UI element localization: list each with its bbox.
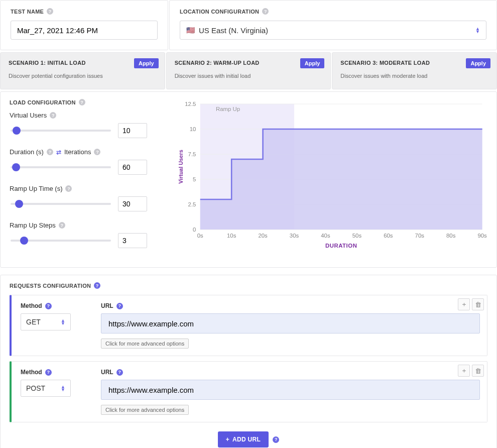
help-icon[interactable]: ? — [94, 282, 100, 289]
svg-text:90s: 90s — [477, 233, 487, 239]
svg-text:0: 0 — [193, 227, 196, 233]
virtual-users-label: Virtual Users ? — [10, 111, 160, 119]
help-icon[interactable]: ? — [59, 222, 65, 229]
help-icon[interactable]: ? — [94, 149, 100, 155]
svg-text:0s: 0s — [197, 233, 203, 239]
duration-input[interactable] — [118, 160, 147, 175]
svg-text:Virtual Users: Virtual Users — [177, 150, 183, 184]
svg-text:Ramp Up: Ramp Up — [216, 106, 240, 112]
rampup-steps-label: Ramp Up Steps ? — [10, 221, 160, 229]
help-icon[interactable]: ? — [116, 303, 123, 309]
svg-text:5: 5 — [193, 176, 196, 182]
method-value: GET — [26, 318, 41, 326]
advanced-options-button[interactable]: Click for more advanced options — [101, 405, 189, 415]
help-icon[interactable]: ? — [50, 112, 56, 119]
load-config-card: LOAD CONFIGURATION ? Virtual Users ? Dur… — [0, 91, 497, 268]
load-chart: 02.557.51012.50s10s20s30s40s50s60s70s80s… — [175, 99, 487, 250]
requests-header-text: REQUESTS CONFIGURATION — [10, 283, 91, 289]
flag-icon: 🇺🇸 — [186, 26, 195, 34]
virtual-users-input[interactable] — [118, 123, 147, 138]
svg-text:7.5: 7.5 — [188, 151, 196, 157]
scenario-card-3: SCENARIO 3: MODERATE LOADDiscover issues… — [332, 52, 497, 89]
help-icon[interactable]: ? — [79, 99, 85, 105]
location-header: LOCATION CONFIGURATION ? — [180, 8, 486, 15]
svg-text:30s: 30s — [290, 233, 299, 239]
svg-text:70s: 70s — [415, 233, 425, 239]
location-header-text: LOCATION CONFIGURATION — [180, 9, 259, 15]
svg-text:12.5: 12.5 — [185, 101, 196, 107]
url-input[interactable] — [101, 313, 480, 333]
request-item-1: ＋🗑Method ?GET▲▼URL ?Click for more advan… — [10, 295, 487, 356]
virtual-users-slider[interactable] — [11, 130, 111, 132]
rampup-time-label: Ramp Up Time (s) ? — [10, 185, 160, 192]
load-config-header: LOAD CONFIGURATION ? — [10, 99, 160, 105]
rampup-time-slider[interactable] — [11, 203, 111, 205]
help-icon[interactable]: ? — [47, 149, 53, 155]
url-label: URL ? — [101, 369, 480, 376]
help-icon[interactable]: ? — [116, 369, 123, 376]
help-icon[interactable]: ? — [45, 369, 52, 376]
url-label: URL ? — [101, 302, 480, 309]
svg-text:40s: 40s — [321, 233, 330, 239]
help-icon[interactable]: ? — [45, 303, 52, 309]
scenario-desc: Discover issues with moderate load — [340, 73, 488, 79]
rampup-time-input[interactable] — [118, 196, 147, 211]
svg-text:2.5: 2.5 — [188, 201, 196, 207]
svg-text:80s: 80s — [446, 233, 456, 239]
test-name-header-text: TEST NAME — [11, 9, 44, 15]
scenario-card-2: SCENARIO 2: WARM-UP LOADDiscover issues … — [166, 52, 331, 89]
trash-icon[interactable]: 🗑 — [472, 365, 484, 377]
swap-icon[interactable]: ⇄ — [56, 149, 61, 156]
help-icon[interactable]: ? — [65, 185, 72, 192]
requests-card: REQUESTS CONFIGURATION ? ＋🗑Method ?GET▲▼… — [0, 275, 497, 448]
help-icon[interactable]: ? — [262, 8, 269, 15]
svg-text:10s: 10s — [227, 233, 236, 239]
rampup-steps-slider[interactable] — [11, 240, 111, 242]
scenario-desc: Discover potential configuration issues — [9, 73, 157, 79]
chevron-updown-icon: ▲▼ — [61, 319, 65, 325]
chevron-updown-icon: ▲▼ — [475, 27, 480, 33]
location-value: US East (N. Virginia) — [199, 26, 268, 35]
help-icon[interactable]: ? — [273, 436, 279, 443]
apply-button[interactable]: Apply — [300, 58, 325, 68]
svg-text:20s: 20s — [258, 233, 268, 239]
advanced-options-button[interactable]: Click for more advanced options — [101, 339, 189, 349]
requests-header: REQUESTS CONFIGURATION ? — [10, 282, 487, 289]
request-item-2: ＋🗑Method ?POST▲▼URL ?Click for more adva… — [10, 361, 487, 422]
help-icon[interactable]: ? — [47, 8, 53, 15]
scenario-desc: Discover issues with initial load — [175, 73, 323, 79]
method-label: Method ? — [21, 369, 91, 376]
scenarios-row: SCENARIO 1: INITIAL LOADDiscover potenti… — [0, 52, 497, 89]
method-label: Method ? — [21, 302, 91, 309]
svg-text:60s: 60s — [384, 233, 393, 239]
trash-icon[interactable]: 🗑 — [472, 298, 484, 310]
svg-text:50s: 50s — [352, 233, 362, 239]
scenario-card-1: SCENARIO 1: INITIAL LOADDiscover potenti… — [0, 52, 165, 89]
apply-button[interactable]: Apply — [134, 58, 159, 68]
url-input[interactable] — [101, 380, 480, 400]
load-config-header-text: LOAD CONFIGURATION — [10, 99, 76, 105]
test-name-header: TEST NAME ? — [11, 8, 158, 15]
duration-label: Duration (s) ? ⇄ Iterations ? — [10, 148, 160, 156]
location-card: LOCATION CONFIGURATION ? 🇺🇸 US East (N. … — [169, 0, 497, 50]
method-select[interactable]: POST▲▼ — [21, 380, 71, 397]
rampup-steps-input[interactable] — [118, 233, 147, 248]
add-icon[interactable]: ＋ — [458, 365, 470, 377]
svg-text:10: 10 — [190, 126, 196, 132]
location-select[interactable]: 🇺🇸 US East (N. Virginia) ▲▼ — [180, 21, 486, 40]
svg-text:DURATION: DURATION — [325, 243, 357, 249]
method-select[interactable]: GET▲▼ — [21, 313, 71, 330]
test-name-input[interactable] — [11, 21, 158, 40]
method-value: POST — [26, 384, 45, 392]
duration-slider[interactable] — [11, 166, 111, 168]
add-url-button[interactable]: + ADD URL — [218, 431, 269, 447]
test-name-card: TEST NAME ? — [0, 0, 168, 50]
add-icon[interactable]: ＋ — [458, 298, 470, 310]
apply-button[interactable]: Apply — [466, 58, 490, 68]
chevron-updown-icon: ▲▼ — [61, 385, 65, 391]
